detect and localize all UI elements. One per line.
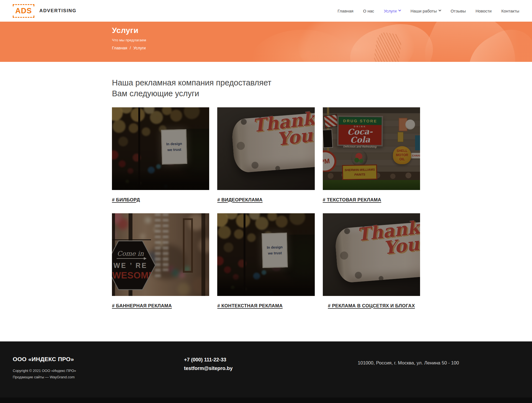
nav-item-label: Новости — [475, 9, 492, 13]
footer-address-block: 101000, Россия, г. Москва, ул. Ленина 50… — [358, 356, 519, 381]
nav-item-about[interactable]: О нас — [363, 9, 374, 13]
footer-bottom-strip — [0, 397, 532, 403]
header: ADS ADVERTISING Главная О нас Услуги Наш… — [0, 0, 532, 22]
nav-item-label: Наши работы — [410, 9, 437, 13]
breadcrumb-separator: / — [130, 46, 131, 50]
footer-address: 101000, Россия, г. Москва, ул. Ленина 50… — [358, 360, 519, 366]
image-dark-overlay — [217, 213, 314, 296]
page: ADS ADVERTISING Главная О нас Услуги Наш… — [0, 0, 532, 403]
service-card-banner-ads: Come in WE ’ RE AWESOME # БАННЕРНАЯ РЕКЛ… — [112, 213, 209, 309]
footer-credit-line: Продающие сайты — WayGrand.com — [13, 374, 184, 380]
chevron-down-icon — [398, 9, 401, 11]
services-grid: In design we trust # БИЛБОРД Th — [112, 107, 420, 309]
hero-banner: Услуги Что мы предлагаем Главная / Услуг… — [0, 22, 532, 62]
image-dark-overlay — [112, 107, 209, 190]
breadcrumb-home-link[interactable]: Главная — [112, 46, 127, 50]
service-image-billboard[interactable]: In design we trust — [112, 107, 209, 190]
nav-item-label: Контакты — [501, 9, 519, 13]
nav-item-label: Главная — [337, 9, 353, 13]
service-link-social-ads[interactable]: # РЕКЛАМА В СОЦСЕТЯХ И БЛОГАХ — [328, 303, 415, 309]
service-link-banner-ads[interactable]: # БАННЕРНАЯ РЕКЛАМА — [112, 303, 172, 309]
section-heading-line1: Наша рекламная компания предоставляет — [112, 78, 271, 87]
footer-company-block: ООО «ИНДЕКС ПРО» Copyright © 2021 ООО «И… — [13, 356, 184, 381]
nav-item-contacts[interactable]: Контакты — [501, 9, 519, 13]
footer-email[interactable]: testform@sitepro.by — [184, 366, 358, 371]
service-link-video[interactable]: # ВИДЕОРЕКЛАМА — [217, 197, 262, 203]
footer-company-name: ООО «ИНДЕКС ПРО» — [13, 356, 184, 363]
service-link-text-ads[interactable]: # ТЕКСТОВАЯ РЕКЛАМА — [323, 197, 381, 203]
footer-copyright: Copyright © 2021 ООО «Индекс ПРО» Продаю… — [13, 367, 184, 381]
image-dark-overlay — [323, 107, 420, 190]
logo-text: ADS — [15, 7, 32, 15]
service-image-banner-ads[interactable]: Come in WE ’ RE AWESOME — [112, 213, 209, 296]
footer-copyright-line: Copyright © 2021 ООО «Индекс ПРО» — [13, 367, 184, 374]
service-card-contextual-ads: In design we trust # КОНТЕКСТНАЯ РЕКЛАМА — [217, 213, 314, 309]
brand-name: ADVERTISING — [39, 8, 76, 14]
main-nav: Главная О нас Услуги Наши работы Отзывы … — [337, 9, 519, 13]
logo-badge-icon: ADS — [13, 4, 34, 18]
main-content: Наша рекламная компания предоставляет Ва… — [0, 62, 532, 341]
service-card-video: Thank You # ВИДЕОРЕКЛАМА — [217, 107, 314, 203]
nav-item-reviews[interactable]: Отзывы — [451, 9, 466, 13]
breadcrumb: Главная / Услуги — [112, 46, 420, 50]
image-dark-overlay — [323, 213, 420, 296]
service-image-video[interactable]: Thank You — [217, 107, 314, 190]
service-link-billboard[interactable]: # БИЛБОРД — [112, 197, 140, 203]
section-heading: Наша рекламная компания предоставляет Ва… — [112, 77, 420, 99]
footer: ООО «ИНДЕКС ПРО» Copyright © 2021 ООО «И… — [0, 341, 532, 403]
chevron-down-icon — [439, 9, 441, 11]
service-card-text-ads: DRUG STORE DRINK Coca-Cola Delicious and… — [323, 107, 420, 203]
page-subtitle: Что мы предлагаем — [112, 38, 420, 42]
nav-item-news[interactable]: Новости — [475, 9, 492, 13]
nav-item-services[interactable]: Услуги — [384, 9, 401, 13]
nav-item-home[interactable]: Главная — [337, 9, 353, 13]
page-title: Услуги — [112, 26, 420, 35]
service-card-billboard: In design we trust # БИЛБОРД — [112, 107, 209, 203]
nav-item-our-works[interactable]: Наши работы — [410, 9, 441, 13]
image-dark-overlay — [217, 107, 314, 190]
nav-item-label: Услуги — [384, 9, 397, 13]
service-image-contextual-ads[interactable]: In design we trust — [217, 213, 314, 296]
service-link-contextual-ads[interactable]: # КОНТЕКСТНАЯ РЕКЛАМА — [217, 303, 283, 309]
nav-item-label: О нас — [363, 9, 374, 13]
footer-contact-block: +7 (000) 111-22-33 testform@sitepro.by — [184, 356, 358, 381]
service-card-social-ads: Thank You # РЕКЛАМА В СОЦСЕТЯХ И БЛОГАХ — [323, 213, 420, 309]
logo-dashed-border-bottom — [13, 16, 34, 18]
service-image-social-ads[interactable]: Thank You — [323, 213, 420, 296]
footer-phone[interactable]: +7 (000) 111-22-33 — [184, 357, 358, 363]
section-heading-line2: Вам следующие услуги — [112, 89, 199, 98]
logo[interactable]: ADS ADVERTISING — [13, 4, 76, 18]
service-image-text-ads[interactable]: DRUG STORE DRINK Coca-Cola Delicious and… — [323, 107, 420, 190]
image-dark-overlay — [112, 213, 209, 296]
nav-item-label: Отзывы — [451, 9, 466, 13]
logo-dashed-border-top — [13, 4, 34, 6]
breadcrumb-current: Услуги — [133, 46, 146, 50]
